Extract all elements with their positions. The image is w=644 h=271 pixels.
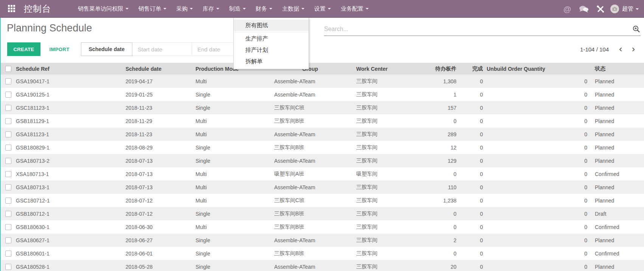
table-row-0[interactable]: GSA190417-12019-04-17MultiAssemble-ATeam… (1, 75, 644, 88)
cell-date: 2018-06-30 (126, 220, 196, 234)
cell-pending: 0 (413, 167, 456, 181)
cell-unbuild: 0 (483, 181, 589, 194)
dropdown-item-1[interactable]: 生产排产 (234, 33, 309, 44)
cell-state: Planned (589, 181, 644, 194)
table-row-11[interactable]: GSB180630-12018-06-30Multi三胺车间B班三胺车间000C… (1, 220, 644, 234)
cell-pending: 1,238 (413, 194, 456, 207)
pager-previous-button[interactable]: ‹ (614, 42, 627, 56)
schedule-date-filter-button[interactable]: Schedule date (81, 42, 132, 56)
table-row-7[interactable]: XSA180713-12018-07-13Multi吸塑车间A班吸塑车间000C… (1, 167, 644, 181)
table-row-8[interactable]: GSA180713-12018-07-13MultiAssemble-ATeam… (1, 181, 644, 194)
table-row-5[interactable]: GSB180829-12018-08-29Single三胺车间B班三胺车间120… (1, 141, 644, 154)
import-button[interactable]: IMPORT (46, 42, 73, 56)
nav-menu-2[interactable]: 采购 (171, 0, 198, 18)
row-checkbox[interactable] (5, 78, 11, 84)
nav-menu-1[interactable]: 销售订单 (133, 0, 171, 18)
column-header-ref[interactable]: Schedule Ref (16, 63, 126, 75)
column-header-pending[interactable]: 待办板件 (413, 63, 456, 75)
column-header-label: 状态 (595, 65, 605, 72)
cell-group: Assemble-ATeam (274, 88, 356, 101)
nav-menu-4[interactable]: 制造 (224, 0, 251, 18)
dropdown-item-2[interactable]: 排产计划 (234, 44, 309, 56)
user-menu[interactable]: 超管 (609, 0, 644, 18)
table-row-12[interactable]: GSA180627-12018-06-27SingleAssemble-ATea… (1, 234, 644, 247)
table-row-6[interactable]: GSA180713-22018-07-13SingleAssemble-ATea… (1, 154, 644, 167)
cell-group: 三胺车间C班 (274, 194, 356, 207)
dropdown-divider (234, 32, 309, 32)
start-date-input[interactable] (132, 42, 192, 56)
row-checkbox[interactable] (5, 158, 11, 164)
row-checkbox[interactable] (5, 92, 11, 98)
select-all-checkbox[interactable] (5, 66, 11, 72)
app-title[interactable]: 控制台 (24, 3, 51, 15)
table-header-row: Schedule RefSchedule dateProduction Mode… (1, 63, 644, 75)
search-input[interactable] (324, 26, 632, 33)
cell-ref: GSA180528-1 (16, 260, 126, 271)
pager-next-button[interactable]: › (627, 42, 640, 56)
row-checkbox[interactable] (5, 198, 11, 204)
row-checkbox[interactable] (5, 237, 11, 243)
column-header-date[interactable]: Schedule date (126, 63, 196, 75)
table-row-13[interactable]: GSB180601-12018-06-01Single三胺车间B班三胺车间000… (1, 247, 644, 260)
messages-icon[interactable] (576, 0, 592, 18)
cell-pending: 20 (413, 260, 456, 271)
cell-state: Planned (589, 234, 644, 247)
nav-menu-6[interactable]: 主数据 (277, 0, 309, 18)
nav-menu-8[interactable]: 业务配置 (336, 0, 374, 18)
cell-group: Assemble-ATeam (274, 181, 356, 194)
dropdown-item-3[interactable]: 拆解单 (234, 56, 309, 67)
column-header-done[interactable]: 完成 (456, 63, 483, 75)
row-checkbox[interactable] (5, 171, 11, 177)
column-header-state[interactable]: 状态 (589, 63, 644, 75)
cell-date: 2018-05-28 (126, 260, 196, 271)
camera-icon (612, 7, 617, 11)
row-checkbox[interactable] (5, 145, 11, 151)
row-checkbox[interactable] (5, 224, 11, 230)
app-window: 控制台 销售菜单访问权限销售订单采购库存制造财务主数据设置业务配置 @ (0, 0, 644, 271)
table-row-9[interactable]: GSC180712-12018-07-12Multi三胺车间C班三胺车间1,23… (1, 194, 644, 207)
row-checkbox[interactable] (5, 131, 11, 137)
table-row-2[interactable]: GSC181123-12018-11-23Single三胺车间C班三胺车间157… (1, 101, 644, 114)
column-header-label: Schedule date (126, 66, 161, 72)
row-checkbox[interactable] (5, 211, 11, 217)
create-button[interactable]: CREATE (7, 42, 40, 56)
nav-menu-0[interactable]: 销售菜单访问权限 (73, 0, 133, 18)
table-row-4[interactable]: GSA181123-12018-11-23MultiAssemble-ATeam… (1, 128, 644, 141)
search-magnifier-plus-icon[interactable] (632, 25, 641, 33)
column-header-unbuild[interactable]: Unbuild Order Quantity (483, 63, 589, 75)
row-checkbox[interactable] (5, 118, 11, 124)
cell-mode: Single (196, 260, 274, 271)
chevron-down-icon (163, 8, 166, 9)
nav-menu-7[interactable]: 设置 (309, 0, 336, 18)
cell-done: 0 (456, 260, 483, 271)
select-all-checkbox-cell (1, 63, 16, 75)
row-checkbox[interactable] (5, 251, 11, 257)
nav-menu-3[interactable]: 库存 (198, 0, 224, 18)
table-row-3[interactable]: GSB181129-12018-11-29Multi三胺车间B班三胺车间000P… (1, 114, 644, 128)
chevron-down-icon (216, 8, 219, 9)
row-checkbox[interactable] (5, 184, 11, 190)
row-checkbox-cell (1, 88, 16, 101)
table-row-1[interactable]: GSA190125-12019-01-25SingleAssemble-ATea… (1, 88, 644, 101)
cell-state: Planned (589, 154, 644, 167)
apps-grid-icon[interactable] (8, 5, 16, 12)
dropdown-item-0[interactable]: 所有图纸 (234, 20, 309, 31)
cell-wc: 三胺车间 (356, 194, 413, 207)
cell-done: 0 (456, 154, 483, 167)
cell-unbuild: 0 (483, 101, 589, 114)
nav-menu-5[interactable]: 财务 (251, 0, 277, 18)
user-avatar (610, 5, 619, 13)
table-row-14[interactable]: GSA180528-12018-05-28SingleAssemble-ATea… (1, 260, 644, 271)
cell-date: 2019-04-17 (126, 75, 196, 88)
row-checkbox[interactable] (5, 264, 11, 270)
column-header-wc[interactable]: Work Center (356, 63, 413, 75)
table-row-10[interactable]: GSB180712-12018-07-12Single三胺车间B班三胺车间000… (1, 207, 644, 220)
row-checkbox[interactable] (5, 105, 11, 111)
mentions-icon[interactable]: @ (559, 0, 576, 18)
debug-tools-icon[interactable] (592, 0, 609, 18)
cell-ref: GSA181123-1 (16, 128, 126, 141)
cell-pending: 12 (413, 141, 456, 154)
column-header-label: Work Center (356, 66, 388, 72)
chevron-down-icon (328, 8, 331, 9)
chat-bubbles-icon (579, 5, 589, 13)
